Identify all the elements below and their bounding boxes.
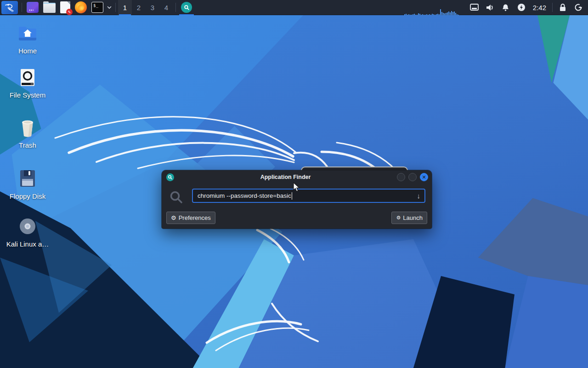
- window-title: Application Finder: [174, 174, 397, 180]
- close-button[interactable]: ✕: [420, 173, 428, 181]
- workspace-3[interactable]: 3: [146, 0, 159, 15]
- terminal-icon: $_: [91, 2, 103, 13]
- display-icon: [470, 4, 479, 11]
- logout-button[interactable]: [571, 0, 586, 15]
- firefox-icon: [75, 1, 87, 13]
- preferences-button[interactable]: ⚙ Preferences: [166, 212, 215, 224]
- text-caret: [292, 192, 292, 200]
- appfinder-window-icon: [166, 173, 174, 181]
- clock[interactable]: 2:42: [529, 4, 550, 12]
- minimize-button[interactable]: [397, 173, 405, 181]
- speaker-icon: [486, 4, 494, 12]
- mouse-cursor: [293, 182, 300, 192]
- panel-separator: [175, 3, 176, 12]
- cpu-graph[interactable]: [404, 0, 462, 15]
- chevron-down-icon: [107, 5, 112, 10]
- bell-icon: [502, 4, 509, 12]
- desktop-icon-trash[interactable]: Trash: [6, 116, 50, 149]
- logout-icon: [574, 3, 582, 12]
- kali-logo-icon: [4, 2, 15, 13]
- floppy-disk-icon: [17, 167, 39, 190]
- tray-display[interactable]: [467, 0, 482, 15]
- desktop-icon-floppy[interactable]: Floppy Disk: [6, 167, 50, 200]
- text-editor-icon: ✎: [60, 1, 70, 13]
- desktop-icon-label: Floppy Disk: [10, 192, 45, 200]
- lock-screen-button[interactable]: [555, 0, 571, 15]
- gear-icon: ⚙: [171, 215, 176, 221]
- launcher-text-editor[interactable]: ✎: [58, 0, 73, 15]
- taskbar-application-finder[interactable]: [178, 0, 195, 15]
- tray-power-manager[interactable]: [514, 0, 529, 15]
- tray-notifications[interactable]: [498, 0, 514, 15]
- applications-menu-button[interactable]: [1, 1, 18, 14]
- panel-separator: [22, 3, 22, 12]
- preferences-button-label: Preferences: [179, 214, 211, 221]
- file-manager-icon: [43, 3, 56, 13]
- power-bolt-icon: [517, 3, 526, 12]
- home-folder-icon: [17, 22, 39, 44]
- app-window-icon: [27, 2, 39, 13]
- launcher-file-manager[interactable]: [41, 0, 58, 15]
- desktop-icon-kali-cd[interactable]: Kali Linux a…: [6, 215, 50, 248]
- panel-separator: [552, 3, 553, 12]
- desktop-icon-filesystem[interactable]: File System: [6, 66, 50, 99]
- desktop-icon-label: Trash: [19, 141, 36, 149]
- lock-icon: [559, 3, 566, 12]
- search-icon: [169, 190, 184, 205]
- launcher-firefox[interactable]: [73, 0, 89, 15]
- run-gear-icon: ⚙: [396, 215, 401, 220]
- dropdown-arrow-icon[interactable]: ↓: [417, 192, 421, 200]
- launch-button-label: Launch: [403, 214, 423, 221]
- desktop-icon-home[interactable]: Home: [6, 22, 50, 55]
- trash-can-icon: [17, 116, 39, 138]
- workspace-switcher: 1 2 3 4: [118, 0, 173, 15]
- workspace-2[interactable]: 2: [132, 0, 146, 15]
- application-finder-window: Application Finder ✕ chromium --password…: [162, 170, 432, 229]
- workspace-4[interactable]: 4: [159, 0, 173, 15]
- workspace-1[interactable]: 1: [118, 0, 132, 15]
- launcher-terminal[interactable]: $_: [89, 0, 106, 15]
- appfinder-task-icon: [181, 2, 192, 13]
- filesystem-drive-icon: [17, 66, 39, 88]
- desktop-icon-label: Home: [18, 47, 37, 55]
- launcher-app-window[interactable]: [24, 0, 41, 15]
- desktop-icon-label: File System: [10, 91, 45, 99]
- desktop-icon-column: Home File System Trash Floppy Disk: [6, 22, 50, 248]
- quick-launchers: ✎ $_: [24, 0, 113, 15]
- top-panel: ✎ $_ 1 2 3 4: [0, 0, 588, 15]
- panel-separator: [115, 3, 116, 12]
- panel-right-cluster: 2:42: [404, 0, 588, 15]
- search-input[interactable]: chromium --password-store=basic ↓: [192, 189, 425, 203]
- button-row: ⚙ Preferences ⚙ Launch: [162, 212, 432, 224]
- maximize-button[interactable]: [408, 173, 417, 181]
- terminal-dropdown[interactable]: [106, 0, 113, 15]
- tray-volume[interactable]: [482, 0, 498, 15]
- launch-button[interactable]: ⚙ Launch: [391, 212, 427, 224]
- cdrom-disc-icon: [17, 215, 39, 237]
- desktop-icon-label: Kali Linux a…: [6, 240, 49, 248]
- search-input-value: chromium --password-store=basic: [198, 192, 291, 199]
